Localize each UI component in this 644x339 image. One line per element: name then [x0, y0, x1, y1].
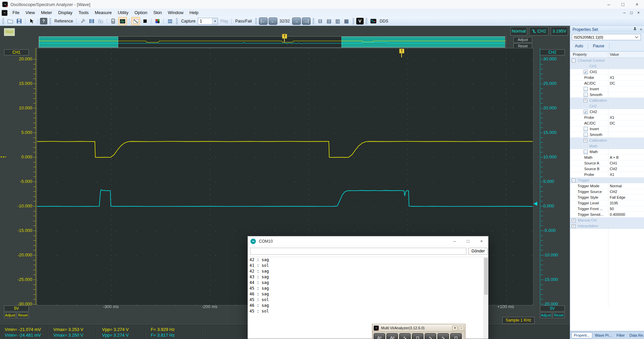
color-settings-icon[interactable]: [153, 17, 162, 25]
serial-maximize-icon[interactable]: □: [461, 239, 475, 244]
property-row-probe[interactable]: ProbeX1: [570, 172, 644, 178]
ch2-adjust-button[interactable]: Adjust: [540, 312, 552, 318]
checkbox-unchecked[interactable]: [584, 87, 588, 91]
save-button[interactable]: [15, 17, 23, 25]
property-value[interactable]: Normal: [610, 184, 622, 188]
analyzer-wave-button-5[interactable]: ∿: [438, 333, 449, 339]
property-value[interactable]: Fall Edge: [610, 195, 625, 199]
property-value[interactable]: 0.400000: [610, 212, 625, 216]
pass-fail-button[interactable]: Pass/Fail: [234, 19, 253, 23]
menu-display[interactable]: Display: [55, 9, 76, 17]
reference-button[interactable]: Reference: [53, 19, 74, 23]
trigger-level-arrow[interactable]: [534, 202, 537, 206]
analyzer-close-icon[interactable]: ×: [459, 326, 464, 331]
strip-adjust-button[interactable]: Adjust: [513, 37, 532, 43]
checkbox-unchecked[interactable]: [584, 133, 588, 137]
ch1-reset-button[interactable]: Reset: [17, 312, 29, 318]
property-row-ac-dc[interactable]: AC/DCDC: [570, 120, 644, 126]
cursor-tool-button[interactable]: [28, 17, 36, 25]
serial-close-icon[interactable]: ×: [475, 239, 488, 244]
property-row-ch2[interactable]: ✓CH2: [570, 109, 644, 115]
trigger-time-marker[interactable]: T: [282, 34, 287, 39]
analyzer-wave-button-0[interactable]: Aˢ: [374, 333, 385, 339]
property-value[interactable]: 3195: [610, 201, 618, 205]
send-button[interactable]: Gönder: [468, 248, 488, 255]
property-row-trigger-mode[interactable]: Trigger ModeNormal: [570, 183, 644, 189]
tools-icon[interactable]: [79, 17, 87, 25]
mdi-close-icon[interactable]: ×: [635, 10, 642, 15]
auto-button[interactable]: Auto: [570, 44, 588, 48]
help-button[interactable]: ?: [40, 18, 47, 25]
property-value[interactable]: A + B: [610, 155, 619, 159]
property-row-trigger-sensit-[interactable]: Trigger Sensit...0.400000: [570, 212, 644, 217]
analyzer-wave-button-3[interactable]: ⊓: [412, 333, 423, 339]
capture-select[interactable]: 1▾: [198, 18, 218, 25]
ch1-zero-level-marker[interactable]: [1, 156, 6, 157]
columns-search-button[interactable]: [97, 17, 105, 25]
layers-list-button[interactable]: [166, 17, 174, 25]
property-row-trigger-source[interactable]: Trigger SourceCH2: [570, 189, 644, 195]
checkbox-checked[interactable]: ✓: [584, 110, 588, 114]
stop-button[interactable]: [141, 17, 149, 25]
menu-file[interactable]: File: [9, 9, 22, 17]
minimize-icon[interactable]: –: [602, 0, 616, 9]
first-page-button[interactable]: |←: [259, 17, 268, 25]
expander-icon[interactable]: +: [584, 139, 587, 142]
property-row-source-b[interactable]: Source BCH2: [570, 166, 644, 172]
trigger-mode-button[interactable]: Normal: [510, 27, 527, 36]
serial-input[interactable]: [250, 248, 466, 255]
mdi-restore-icon[interactable]: □: [628, 10, 635, 15]
property-row-ac-dc[interactable]: AC/DCDC: [570, 81, 644, 86]
property-row-trigger-level[interactable]: Trigger Level3195: [570, 200, 644, 206]
property-value[interactable]: DC: [610, 81, 615, 85]
analyzer-wave-button-4[interactable]: ∿: [425, 333, 436, 339]
panel-tab-0[interactable]: Properti...: [571, 332, 592, 338]
property-value[interactable]: CH2: [610, 190, 617, 194]
property-row-trigger-style[interactable]: Trigger StyleFall Edge: [570, 195, 644, 200]
analyzer-wave-button-6[interactable]: ⊓: [450, 333, 462, 339]
expander-icon[interactable]: -: [572, 179, 576, 182]
checkbox-unchecked[interactable]: [584, 127, 588, 131]
maximize-icon[interactable]: □: [616, 0, 630, 9]
checkbox-unchecked[interactable]: [584, 93, 588, 97]
voltage-button[interactable]: V: [356, 18, 364, 25]
menu-measure[interactable]: Measure: [92, 9, 115, 17]
capture-overview-strip[interactable]: [39, 36, 506, 48]
property-row-math[interactable]: MathA + B: [570, 155, 644, 160]
menu-window[interactable]: Window: [165, 9, 186, 17]
expander-icon[interactable]: +: [572, 219, 576, 222]
menu-help[interactable]: Help: [186, 9, 201, 17]
property-row-invert[interactable]: Invert: [570, 126, 644, 132]
chevron-down-icon[interactable]: ▾: [212, 18, 218, 24]
prev-page-button[interactable]: ←: [269, 17, 277, 25]
expander-icon[interactable]: +: [584, 99, 587, 102]
property-value[interactable]: 50: [610, 207, 614, 211]
menu-utility[interactable]: Utility: [115, 9, 132, 17]
checkbox-checked[interactable]: ✓: [584, 70, 588, 74]
panel-close-icon[interactable]: ×: [638, 27, 644, 32]
menu-tools[interactable]: Tools: [76, 9, 92, 17]
expander-icon[interactable]: -: [572, 59, 576, 62]
window-layout-icon-2[interactable]: ▥: [334, 17, 342, 25]
property-row-trigger-front-[interactable]: Trigger Front ...50: [570, 206, 644, 212]
columns-view-button[interactable]: [88, 17, 96, 25]
property-value[interactable]: CH1: [610, 161, 617, 165]
play-button[interactable]: Play: [219, 19, 229, 23]
pin-icon[interactable]: [632, 27, 638, 32]
serial-minimize-icon[interactable]: –: [448, 239, 461, 244]
property-row-ch1[interactable]: ✓CH1: [570, 69, 644, 75]
property-value[interactable]: DC: [610, 121, 615, 125]
panel-tab-3[interactable]: Data Re...: [627, 333, 644, 338]
pause-button[interactable]: Pause: [588, 44, 609, 48]
property-row-smooth[interactable]: Smooth: [570, 92, 644, 98]
menu-option[interactable]: Option: [131, 9, 150, 17]
property-row-probe[interactable]: ProbeX1: [570, 75, 644, 81]
property-value[interactable]: CH2: [610, 167, 617, 171]
expander-icon[interactable]: +: [572, 224, 576, 228]
property-value[interactable]: X1: [610, 173, 614, 177]
property-value[interactable]: X1: [610, 76, 614, 80]
line-draw-button[interactable]: [131, 17, 140, 25]
property-row-smooth[interactable]: Smooth: [570, 132, 644, 138]
window-layout-icon-3[interactable]: ▦: [342, 17, 351, 25]
dds-icon[interactable]: [369, 17, 377, 25]
